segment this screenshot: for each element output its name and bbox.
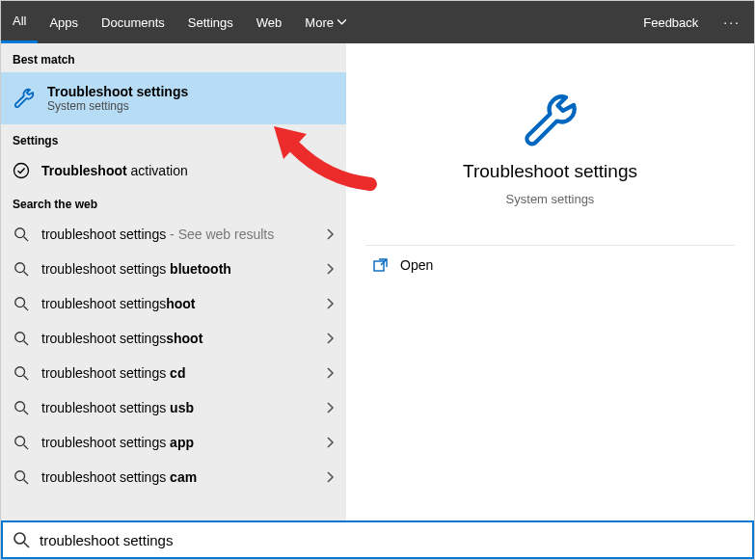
preview-title: Troubleshoot settings [463,161,637,182]
web-result[interactable]: troubleshoot settingshoot [1,286,346,321]
web-result-label: troubleshoot settings - See web results [41,227,315,242]
svg-line-4 [24,272,28,276]
search-icon [13,296,30,311]
wrench-icon [13,87,36,110]
svg-point-0 [14,164,29,178]
web-result[interactable]: troubleshoot settings usb [1,390,346,425]
svg-line-12 [24,411,28,414]
chevron-right-icon [327,471,335,483]
web-result-label: troubleshoot settings app [41,435,315,450]
svg-point-9 [15,367,25,377]
search-icon [13,227,30,242]
svg-line-10 [24,376,28,380]
open-label: Open [400,257,433,273]
svg-point-7 [15,333,25,342]
settings-result-label: Troubleshoot activation [41,163,315,178]
ellipsis-icon: ··· [723,14,741,30]
search-icon [13,435,30,450]
web-result[interactable]: troubleshoot settings bluetooth [1,252,346,286]
svg-point-19 [14,533,25,544]
check-circle-icon [13,162,30,179]
svg-line-8 [24,341,28,345]
tab-label: Settings [188,15,233,30]
divider [365,245,735,246]
web-result[interactable]: troubleshoot settings - See web results [1,217,346,252]
settings-result[interactable]: Troubleshoot activation [1,153,346,188]
feedback-link[interactable]: Feedback [632,1,710,43]
tab-apps[interactable]: Apps [38,1,90,43]
svg-point-3 [15,263,25,273]
search-tabs: All Apps Documents Settings Web More Fee… [1,1,754,43]
svg-point-11 [15,402,25,412]
svg-line-14 [24,445,28,449]
chevron-right-icon [327,367,335,379]
section-search-web: Search the web [1,188,346,217]
svg-line-6 [24,307,28,310]
ellipsis-menu[interactable]: ··· [710,1,754,43]
svg-point-1 [15,228,25,238]
preview-panel: Troubleshoot settings System settings Op… [346,43,754,522]
chevron-right-icon [327,263,335,275]
web-result-label: troubleshoot settingsshoot [41,331,315,346]
svg-line-16 [24,480,28,484]
svg-rect-17 [374,261,384,271]
open-icon [373,257,389,273]
tab-all[interactable]: All [1,1,38,43]
open-action[interactable]: Open [346,248,754,282]
svg-point-15 [15,471,25,481]
best-match-subtitle: System settings [47,99,188,113]
section-settings: Settings [1,124,346,153]
web-result-label: troubleshoot settings bluetooth [41,261,315,277]
search-icon [13,365,30,381]
best-match-title: Troubleshoot settings [47,84,188,99]
web-result-label: troubleshoot settings usb [41,400,315,415]
search-icon [13,331,30,346]
search-bar[interactable] [1,520,754,559]
web-result[interactable]: troubleshoot settings cd [1,356,346,390]
chevron-right-icon [327,333,335,344]
search-input[interactable] [40,532,742,548]
svg-line-20 [24,543,29,547]
tab-label: Web [256,15,283,30]
chevron-down-icon [337,19,346,25]
chevron-right-icon [327,228,335,240]
tab-label: Documents [101,15,165,30]
chevron-right-icon [327,298,335,309]
search-icon [13,400,30,415]
chevron-right-icon [327,402,335,413]
web-result[interactable]: troubleshoot settings app [1,425,346,460]
feedback-label: Feedback [643,15,698,30]
search-icon [13,261,30,277]
web-result-label: troubleshoot settingshoot [41,296,315,311]
svg-line-2 [24,237,28,241]
svg-point-5 [15,298,25,307]
section-best-match: Best match [1,43,346,72]
web-result-label: troubleshoot settings cd [41,365,315,381]
preview-subtitle: System settings [506,192,595,206]
web-result[interactable]: troubleshoot settings cam [1,460,346,494]
tab-label: Apps [49,15,78,30]
tab-label: More [305,15,334,30]
tab-label: All [13,13,26,28]
wrench-icon [520,90,581,151]
tab-documents[interactable]: Documents [90,1,176,43]
tab-web[interactable]: Web [245,1,294,43]
tab-more[interactable]: More [293,1,358,43]
best-match-item[interactable]: Troubleshoot settings System settings [1,72,346,124]
web-result[interactable]: troubleshoot settingsshoot [1,321,346,356]
chevron-right-icon [327,165,335,176]
web-result-label: troubleshoot settings cam [41,469,315,485]
search-icon [13,531,30,548]
svg-point-13 [15,437,25,446]
chevron-right-icon [327,437,335,448]
results-panel: Best match Troubleshoot settings System … [1,43,346,522]
tab-settings[interactable]: Settings [176,1,245,43]
search-icon [13,469,30,485]
